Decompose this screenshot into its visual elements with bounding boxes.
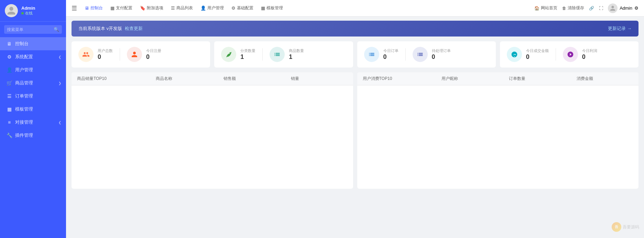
product-count-stat: 商品数量 1 bbox=[270, 47, 304, 62]
total-users-info: 用户总数 0 bbox=[98, 48, 113, 61]
topbar-item-product-list[interactable]: ☰ 商品列表 bbox=[167, 3, 196, 13]
product-table-body bbox=[72, 85, 353, 189]
topbar-item-payment[interactable]: ▦ 支付配置 bbox=[107, 3, 136, 13]
sidebar-item-user-management[interactable]: 👤 用户管理 bbox=[0, 63, 66, 76]
product-table-header: 商品销量TOP10 商品名称 销售额 销量 bbox=[72, 72, 353, 85]
sidebar-item-label: 系统配置 bbox=[15, 54, 33, 60]
sidebar-item-template-management[interactable]: ▦ 模板管理 bbox=[0, 103, 66, 116]
topbar-nav-label: 附加选项 bbox=[147, 5, 163, 11]
chevron-down-icon: ❯ bbox=[58, 81, 61, 85]
fullscreen-icon: ⛶ bbox=[599, 6, 603, 11]
sidebar-item-plugin-management[interactable]: 🔧 插件管理 bbox=[0, 129, 66, 142]
total-users-label: 用户总数 bbox=[98, 48, 113, 53]
hamburger-icon[interactable]: ☰ bbox=[72, 4, 77, 12]
payment-nav-icon: ▦ bbox=[110, 6, 114, 11]
check-update-link[interactable]: 检查更新 bbox=[125, 25, 143, 32]
today-register-stat: 今日注册 0 bbox=[127, 47, 161, 62]
dashboard-icon: 🖥 bbox=[6, 41, 12, 46]
topbar-settings-icon[interactable]: ⚙ bbox=[634, 6, 638, 11]
banner-text: 当前系统版本 v开发版 bbox=[78, 25, 122, 32]
total-users-icon-circle bbox=[78, 47, 94, 62]
main-area: ☰ 🖥 控制台 ▦ 支付配置 🔖 附加选项 ☰ 商品列表 👤 用户管理 bbox=[66, 0, 644, 238]
total-users-stat: 用户总数 0 bbox=[78, 47, 113, 62]
sidebar-user-info: Admin 在线 bbox=[21, 6, 35, 16]
sidebar-search-box[interactable]: 🔍 bbox=[4, 25, 62, 34]
sidebar-item-product-management[interactable]: 🛒 商品管理 ❯ bbox=[0, 76, 66, 90]
plugin-icon: 🔧 bbox=[6, 133, 12, 138]
divider bbox=[120, 48, 120, 61]
topbar-admin-label: Admin bbox=[620, 6, 632, 11]
pending-orders-label: 待处理订单 bbox=[432, 48, 451, 53]
search-input[interactable] bbox=[7, 27, 54, 32]
category-stat: 分类数量 1 bbox=[221, 47, 255, 62]
sidebar-item-integration-management[interactable]: ≡ 对接管理 ❮ bbox=[0, 116, 66, 129]
sidebar-nav: 🖥 控制台 ⚙ 系统配置 ❮ 👤 用户管理 🛒 商品管理 ❯ ☰ 订单管理 ▦ … bbox=[0, 37, 66, 238]
sidebar-status: 在线 bbox=[21, 11, 35, 16]
topbar-item-basic-config[interactable]: ⚙ 基础配置 bbox=[228, 3, 257, 13]
product-sales-table: 商品销量TOP10 商品名称 销售额 销量 bbox=[72, 72, 353, 189]
today-orders-icon-circle bbox=[364, 47, 379, 62]
topbar-right: 🏠 网站首页 🗑 清除缓存 🔗 ⛶ Admin ⚙ bbox=[534, 3, 638, 13]
topbar-item-addon[interactable]: 🔖 附加选项 bbox=[137, 3, 167, 13]
content-area: 当前系统版本 v开发版 检查更新 更新记录 → 用户总数 0 bbox=[66, 17, 644, 238]
divider bbox=[262, 48, 263, 61]
finance-stats-card: 今日成交金额 0 今日利润 0 bbox=[500, 41, 638, 68]
user-table-col-amount: 消费金额 bbox=[571, 76, 638, 82]
divider bbox=[556, 48, 556, 61]
avatar bbox=[5, 4, 18, 17]
integration-icon: ≡ bbox=[6, 120, 12, 125]
config-nav-icon: ⚙ bbox=[231, 6, 236, 11]
chevron-right-icon: ❮ bbox=[58, 121, 61, 124]
products-stats-card: 分类数量 1 商品数量 1 bbox=[214, 41, 353, 68]
sidebar-item-label: 插件管理 bbox=[15, 132, 33, 138]
today-register-value: 0 bbox=[146, 53, 161, 61]
today-profit-stat: 今日利润 0 bbox=[563, 47, 597, 62]
topbar-item-template-manage[interactable]: ▦ 模板管理 bbox=[258, 3, 286, 13]
product-count-value: 1 bbox=[289, 53, 304, 61]
today-register-icon-circle bbox=[127, 47, 142, 62]
sidebar-item-system-config[interactable]: ⚙ 系统配置 ❮ bbox=[0, 50, 66, 63]
sidebar-item-order-management[interactable]: ☰ 订单管理 bbox=[0, 90, 66, 103]
pending-orders-info: 待处理订单 0 bbox=[432, 48, 451, 61]
fullscreen-button[interactable]: ⛶ bbox=[599, 6, 603, 11]
sidebar: Admin 在线 🔍 🖥 控制台 ⚙ 系统配置 ❮ 👤 用户管理 🛒 商品管理 bbox=[0, 0, 66, 238]
icon-button-1[interactable]: 🔗 bbox=[589, 6, 594, 11]
tables-row: 商品销量TOP10 商品名称 销售额 销量 用户消费TOP10 用户昵称 订单数… bbox=[72, 72, 638, 189]
user-nav-icon: 👤 bbox=[200, 6, 206, 11]
home-link[interactable]: 🏠 网站首页 bbox=[534, 5, 557, 11]
user-table-col-name: 用户昵称 bbox=[436, 76, 503, 82]
update-log-link[interactable]: 更新记录 → bbox=[608, 25, 632, 32]
user-table-header: 用户消费TOP10 用户昵称 订单数量 消费金额 bbox=[357, 72, 639, 85]
category-info: 分类数量 1 bbox=[240, 48, 255, 61]
users-stats-card: 用户总数 0 今日注册 0 bbox=[72, 41, 210, 68]
today-orders-info: 今日订单 0 bbox=[383, 48, 399, 61]
topbar-nav-label: 支付配置 bbox=[116, 5, 132, 11]
pending-orders-stat: 待处理订单 0 bbox=[413, 47, 451, 62]
product-nav-icon: ☰ bbox=[171, 6, 175, 11]
topbar-nav-label: 基础配置 bbox=[237, 5, 253, 11]
user-table-body bbox=[357, 85, 639, 189]
topbar-item-dashboard[interactable]: 🖥 控制台 bbox=[81, 3, 106, 13]
clear-cache-button[interactable]: 🗑 清除缓存 bbox=[562, 5, 584, 11]
topbar-nav-label: 商品列表 bbox=[176, 5, 193, 11]
sidebar-item-label: 商品管理 bbox=[15, 80, 33, 86]
sidebar-item-dashboard[interactable]: 🖥 控制台 bbox=[0, 37, 66, 50]
divider bbox=[405, 48, 406, 61]
today-profit-info: 今日利润 0 bbox=[582, 48, 597, 61]
product-table-col-sales: 销量 bbox=[285, 76, 353, 82]
product-table-col-amount: 销售额 bbox=[218, 76, 285, 82]
pending-orders-value: 0 bbox=[432, 53, 451, 61]
sidebar-header: Admin 在线 bbox=[0, 0, 66, 22]
category-value: 1 bbox=[240, 53, 255, 61]
product-icon-circle bbox=[270, 47, 285, 62]
search-icon[interactable]: 🔍 bbox=[54, 27, 59, 32]
product-count-label: 商品数量 bbox=[289, 48, 304, 53]
sidebar-item-label: 模板管理 bbox=[15, 106, 33, 112]
today-profit-icon-circle bbox=[563, 47, 578, 62]
product-table-col-name: 商品名称 bbox=[150, 76, 218, 82]
system-config-icon: ⚙ bbox=[6, 54, 12, 60]
link-icon: 🔗 bbox=[589, 6, 594, 11]
category-label: 分类数量 bbox=[240, 48, 255, 53]
topbar-item-user-manage[interactable]: 👤 用户管理 bbox=[197, 3, 227, 13]
today-register-label: 今日注册 bbox=[146, 48, 161, 53]
